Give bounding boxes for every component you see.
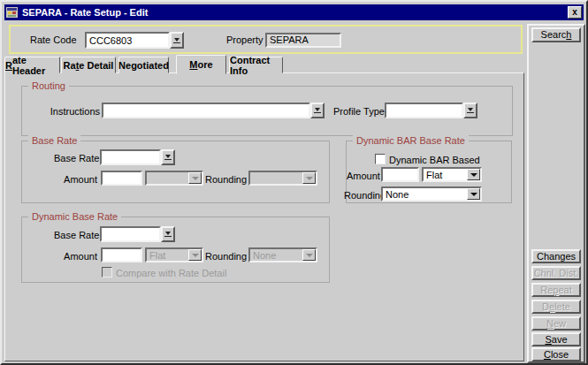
dynamic-base-rounding-dropdown-icon[interactable] (302, 249, 316, 261)
base-rate-amount-field[interactable] (101, 171, 142, 186)
delete-button[interactable]: Delete (531, 300, 581, 314)
dynamic-base-rate-group: Dynamic Base Rate Base Rate Amount Flat … (21, 217, 330, 283)
dynamic-bar-rounding-label: Rounding (344, 190, 378, 202)
dynamic-bar-based-label: Dynamic BAR Based (389, 155, 480, 166)
base-rate-amount-type-combobox[interactable] (145, 171, 203, 186)
instructions-combobox[interactable] (102, 103, 325, 118)
base-rate-rounding-value (250, 172, 302, 184)
more-tab-panel: Routing Instructions Profile Type Base R… (4, 72, 524, 361)
base-rate-rounding-dropdown-icon[interactable] (302, 172, 316, 184)
base-rate-amount-type-dropdown-icon[interactable] (188, 172, 202, 184)
base-rate-value[interactable] (100, 149, 161, 165)
rate-code-value[interactable]: CCC6803 (85, 32, 170, 49)
rate-code-dropdown-icon[interactable] (170, 32, 184, 49)
window-title: SEPARA - Rate Setup - Edit (22, 7, 564, 18)
tab-contract-info[interactable]: Contract Info (229, 57, 283, 73)
dynamic-bar-rounding-dropdown-icon[interactable] (467, 188, 480, 200)
dynamic-bar-rounding-combobox[interactable]: None (381, 186, 482, 202)
base-rate-group: Base Rate Base Rate Amount Rounding (21, 141, 330, 203)
rate-code-header-box: Rate Code CCC6803 Property SEPARA (9, 25, 523, 54)
close-button[interactable]: Close (531, 347, 581, 361)
dynamic-base-group-title: Dynamic Base Rate (28, 211, 121, 222)
routing-group: Routing Instructions Profile Type (21, 86, 513, 136)
base-rate-label: Base Rate (54, 153, 95, 164)
rate-setup-window: SEPARA - Rate Setup - Edit x Rate Code C… (0, 0, 588, 365)
rate-code-combobox[interactable]: CCC6803 (85, 32, 184, 49)
changes-button[interactable]: Changes (531, 249, 581, 263)
dynamic-base-rounding-combobox[interactable]: None (248, 247, 317, 262)
dynamic-bar-base-rate-group: Dynamic BAR Base Rate Dynamic BAR Based … (346, 141, 512, 203)
dynamic-base-amount-label: Amount (56, 251, 97, 262)
tab-rate-header[interactable]: Rate Header (4, 57, 60, 73)
dynamic-bar-amount-type-dropdown-icon[interactable] (467, 169, 480, 180)
base-rate-rounding-label: Rounding (205, 174, 246, 186)
base-rate-rounding-combobox[interactable] (248, 171, 317, 186)
window-close-button[interactable]: x (568, 6, 582, 19)
instructions-dropdown-icon[interactable] (310, 103, 325, 118)
dynamic-bar-amount-type-combobox[interactable]: Flat (422, 167, 482, 182)
dynamic-base-rounding-value: None (250, 249, 302, 261)
base-rate-amount-label: Amount (56, 174, 97, 186)
dynamic-base-rounding-label: Rounding (205, 251, 246, 262)
search-button[interactable]: Search (531, 27, 581, 42)
save-button[interactable]: Save (531, 332, 581, 346)
dynamic-bar-amount-label: Amount (347, 171, 378, 182)
dynamic-base-amount-field[interactable] (101, 247, 142, 262)
routing-group-title: Routing (28, 80, 69, 91)
repeat-button[interactable]: Repeat (531, 283, 581, 297)
profile-type-value[interactable] (385, 103, 463, 118)
profile-type-dropdown-icon[interactable] (463, 103, 477, 118)
dynamic-bar-group-title: Dynamic BAR Base Rate (353, 135, 469, 146)
compare-with-rate-detail-checkbox[interactable] (102, 267, 112, 278)
app-icon (6, 6, 19, 19)
dynamic-base-rate-dropdown-icon[interactable] (161, 226, 175, 242)
side-button-panel: Search Changes Chnl. Dist. Repeat Delete… (527, 24, 585, 363)
compare-with-rate-detail-label: Compare with Rate Detail (116, 268, 226, 279)
dynamic-bar-amount-type-value: Flat (424, 169, 467, 180)
profile-type-combobox[interactable] (385, 103, 477, 118)
dynamic-base-rate-label: Base Rate (54, 230, 95, 241)
channel-distribution-button[interactable]: Chnl. Dist. (531, 266, 581, 280)
dynamic-bar-amount-field[interactable] (381, 167, 419, 182)
base-rate-group-title: Base Rate (28, 135, 80, 146)
dynamic-base-rate-value[interactable] (100, 226, 161, 242)
dynamic-base-amount-type-dropdown-icon[interactable] (188, 249, 202, 261)
dynamic-base-amount-type-combobox[interactable]: Flat (145, 247, 203, 262)
tab-more[interactable]: More (176, 55, 226, 74)
tab-rate-detail[interactable]: Rate Detail (61, 57, 116, 73)
base-rate-combobox[interactable] (100, 149, 175, 165)
profile-type-label: Profile Type (333, 106, 381, 118)
property-label: Property (226, 34, 263, 46)
base-rate-amount-type-value (147, 172, 188, 184)
instructions-value[interactable] (102, 103, 310, 118)
dynamic-base-rate-combobox[interactable] (100, 226, 175, 242)
dynamic-bar-rounding-value: None (383, 188, 467, 200)
property-field[interactable]: SEPARA (265, 33, 341, 48)
title-bar: SEPARA - Rate Setup - Edit x (4, 4, 584, 20)
base-rate-dropdown-icon[interactable] (161, 149, 175, 165)
rate-code-label: Rate Code (30, 34, 77, 46)
dynamic-bar-based-checkbox[interactable] (375, 154, 386, 164)
dynamic-base-amount-type-value: Flat (147, 249, 188, 261)
instructions-label: Instructions (36, 106, 100, 118)
new-button[interactable]: New (531, 316, 581, 331)
tab-negotiated[interactable]: Negotiated (118, 57, 169, 73)
